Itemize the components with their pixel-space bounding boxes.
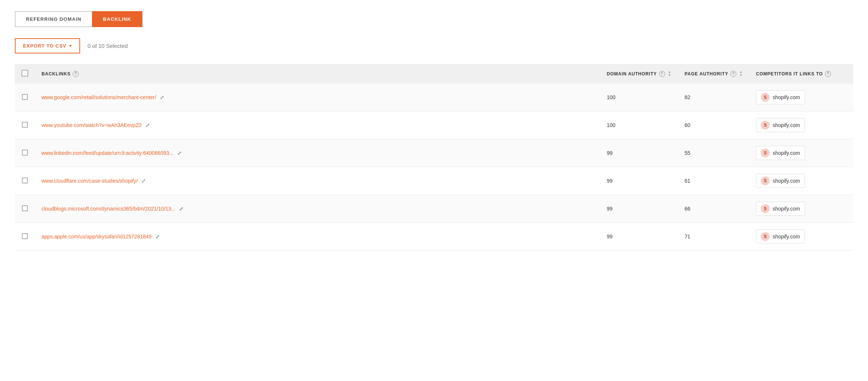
row-5-checkbox[interactable] bbox=[22, 205, 28, 211]
competitor-name: shopify.com bbox=[773, 206, 800, 212]
row-3-checkbox[interactable] bbox=[22, 150, 28, 156]
external-link-icon[interactable]: ⤢ bbox=[160, 94, 164, 100]
tab-backlink-label: Backlink bbox=[103, 16, 131, 22]
export-csv-label: Export to CSV bbox=[23, 43, 66, 49]
competitors-help-icon[interactable]: ? bbox=[825, 71, 831, 77]
da-cell: 99 bbox=[600, 167, 678, 195]
table-row: www.google.com/retail/solutions/merchant… bbox=[15, 84, 853, 111]
pa-cell: 55 bbox=[678, 139, 749, 167]
row-6-checkbox[interactable] bbox=[22, 233, 28, 239]
competitor-name: shopify.com bbox=[773, 178, 800, 184]
backlinks-help-icon[interactable]: ? bbox=[73, 71, 79, 77]
backlink-url[interactable]: www.linkedin.com/feed/update/urn:li:acti… bbox=[42, 150, 174, 156]
pa-cell: 66 bbox=[678, 195, 749, 223]
competitor-name: shopify.com bbox=[773, 150, 800, 156]
da-sort-down-icon: ▼ bbox=[668, 74, 671, 77]
row-checkbox-cell bbox=[15, 84, 35, 111]
row-checkbox-cell bbox=[15, 167, 35, 195]
header-page-authority: Page Authority ? ▲ ▼ bbox=[678, 64, 749, 84]
competitor-badge[interactable]: Sshopify.com bbox=[756, 90, 805, 104]
backlinks-table: Backlinks ? Domain Authority ? ▲ ▼ Page … bbox=[15, 64, 853, 251]
header-pa-label: Page Authority bbox=[684, 71, 728, 76]
pa-cell: 61 bbox=[678, 167, 749, 195]
table-header-row: Backlinks ? Domain Authority ? ▲ ▼ Page … bbox=[15, 64, 853, 84]
competitor-cell: Sshopify.com bbox=[749, 139, 853, 167]
header-competitors: Competitors It Links To ? bbox=[749, 64, 853, 84]
tab-backlink[interactable]: Backlink bbox=[92, 11, 142, 27]
external-link-icon[interactable]: ⤢ bbox=[145, 122, 150, 128]
external-link-icon[interactable]: ⤢ bbox=[177, 150, 182, 156]
pa-cell: 71 bbox=[678, 223, 749, 251]
table-row: www.youtube.com/watch?v=wAh3AEevpZ0⤢1006… bbox=[15, 111, 853, 139]
da-cell: 99 bbox=[600, 195, 678, 223]
da-cell: 99 bbox=[600, 223, 678, 251]
competitor-cell: Sshopify.com bbox=[749, 223, 853, 251]
row-checkbox-cell bbox=[15, 139, 35, 167]
competitor-cell: Sshopify.com bbox=[749, 111, 853, 139]
competitor-avatar: S bbox=[761, 176, 770, 185]
pa-sort-up-icon: ▲ bbox=[739, 71, 743, 74]
competitor-avatar: S bbox=[761, 93, 770, 102]
row-1-checkbox[interactable] bbox=[22, 94, 28, 100]
da-cell: 99 bbox=[600, 139, 678, 167]
competitor-avatar: S bbox=[761, 232, 770, 241]
pa-cell: 60 bbox=[678, 111, 749, 139]
row-checkbox-cell bbox=[15, 223, 35, 251]
backlink-cell: www.google.com/retail/solutions/merchant… bbox=[35, 84, 600, 111]
external-link-icon[interactable]: ⤢ bbox=[179, 206, 184, 212]
table-row: www.cloudflare.com/case-studies/shopify/… bbox=[15, 167, 853, 195]
table-row: apps.apple.com/us/app/skysafari/id125728… bbox=[15, 223, 853, 251]
row-2-checkbox[interactable] bbox=[22, 122, 28, 128]
competitor-avatar: S bbox=[761, 121, 770, 130]
pa-cell: 82 bbox=[678, 84, 749, 111]
backlink-url[interactable]: apps.apple.com/us/app/skysafari/id125728… bbox=[42, 234, 152, 240]
da-sort-up-icon: ▲ bbox=[668, 71, 671, 74]
header-competitors-label: Competitors It Links To bbox=[756, 71, 823, 76]
row-checkbox-cell bbox=[15, 111, 35, 139]
da-cell: 100 bbox=[600, 84, 678, 111]
row-checkbox-cell bbox=[15, 195, 35, 223]
competitor-badge[interactable]: Sshopify.com bbox=[756, 229, 805, 244]
competitor-badge[interactable]: Sshopify.com bbox=[756, 174, 805, 188]
header-da-label: Domain Authority bbox=[607, 71, 657, 76]
backlink-cell: cloudblogs.microsoft.com/dynamics365/bdm… bbox=[35, 195, 600, 223]
pa-sort-arrows[interactable]: ▲ ▼ bbox=[739, 71, 743, 77]
row-4-checkbox[interactable] bbox=[22, 178, 28, 183]
export-csv-button[interactable]: Export to CSV ▾ bbox=[15, 38, 80, 53]
pa-help-icon[interactable]: ? bbox=[730, 71, 736, 77]
competitor-name: shopify.com bbox=[773, 234, 800, 240]
competitor-badge[interactable]: Sshopify.com bbox=[756, 202, 805, 216]
backlink-cell: apps.apple.com/us/app/skysafari/id125728… bbox=[35, 223, 600, 251]
external-link-icon[interactable]: ⤢ bbox=[141, 178, 146, 184]
header-backlinks: Backlinks ? bbox=[35, 64, 600, 84]
backlink-url[interactable]: www.youtube.com/watch?v=wAh3AEevpZ0 bbox=[42, 122, 142, 128]
da-sort-arrows[interactable]: ▲ ▼ bbox=[668, 71, 671, 77]
tab-bar: Referring Domain Backlink bbox=[15, 11, 853, 27]
backlink-url[interactable]: cloudblogs.microsoft.com/dynamics365/bdm… bbox=[42, 206, 175, 212]
backlink-cell: www.linkedin.com/feed/update/urn:li:acti… bbox=[35, 139, 600, 167]
competitor-cell: Sshopify.com bbox=[749, 84, 853, 111]
header-backlinks-label: Backlinks bbox=[42, 71, 70, 76]
backlink-url[interactable]: www.google.com/retail/solutions/merchant… bbox=[42, 94, 156, 100]
competitor-name: shopify.com bbox=[773, 94, 800, 100]
competitor-badge[interactable]: Sshopify.com bbox=[756, 118, 805, 132]
pa-sort-down-icon: ▼ bbox=[739, 74, 743, 77]
tab-referring-domain[interactable]: Referring Domain bbox=[15, 11, 92, 27]
table-row: www.linkedin.com/feed/update/urn:li:acti… bbox=[15, 139, 853, 167]
select-all-checkbox[interactable] bbox=[22, 70, 28, 76]
selected-count: 0 of 10 Selected bbox=[88, 43, 128, 49]
table-row: cloudblogs.microsoft.com/dynamics365/bdm… bbox=[15, 195, 853, 223]
da-help-icon[interactable]: ? bbox=[659, 71, 665, 77]
backlink-url[interactable]: www.cloudflare.com/case-studies/shopify/ bbox=[42, 178, 138, 184]
backlink-cell: www.cloudflare.com/case-studies/shopify/… bbox=[35, 167, 600, 195]
export-csv-chevron-icon: ▾ bbox=[69, 43, 72, 48]
competitor-avatar: S bbox=[761, 149, 770, 157]
da-cell: 100 bbox=[600, 111, 678, 139]
competitor-cell: Sshopify.com bbox=[749, 195, 853, 223]
competitor-name: shopify.com bbox=[773, 122, 800, 128]
toolbar: Export to CSV ▾ 0 of 10 Selected bbox=[15, 38, 853, 53]
external-link-icon[interactable]: ⤢ bbox=[155, 234, 160, 240]
header-domain-authority: Domain Authority ? ▲ ▼ bbox=[600, 64, 678, 84]
competitor-cell: Sshopify.com bbox=[749, 167, 853, 195]
competitor-badge[interactable]: Sshopify.com bbox=[756, 146, 805, 160]
